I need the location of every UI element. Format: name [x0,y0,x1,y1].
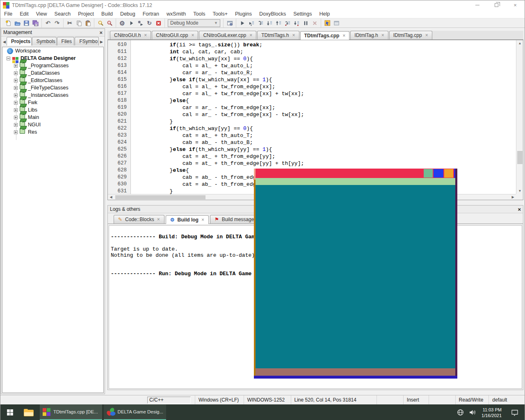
tree-expander-icon[interactable] [14,123,18,127]
menu-view[interactable]: View [32,10,51,18]
tab-close-icon[interactable]: × [381,32,384,38]
tree-expander-icon[interactable] [14,101,18,105]
editor-tab-tdtmltagscpp[interactable]: TDtmlTags.cpp× [300,31,350,40]
tree-item-res[interactable]: Res [2,128,103,136]
editor-vertical-scrollbar[interactable]: ▲ ▼ [516,40,523,194]
menu-tools[interactable]: Tools [189,10,209,18]
undo-button[interactable]: ↶ [43,19,52,27]
speaker-icon[interactable] [469,409,477,416]
debug-step-into-button[interactable] [265,19,274,27]
restore-button[interactable] [487,0,506,10]
tab-close-icon[interactable]: × [157,217,160,222]
tree-expander-icon[interactable] [14,130,18,134]
rebuild-button[interactable]: ↻ [145,19,154,27]
save-button[interactable] [22,19,31,27]
tree-expander-icon[interactable] [14,64,18,68]
tree-expander-icon[interactable] [14,71,18,75]
minimize-button[interactable] [468,0,487,10]
debug-step-out-button[interactable] [274,19,283,27]
logs-close-icon[interactable]: × [518,206,521,212]
tree-item-workspace[interactable]: ⌂Workspace [2,47,103,55]
tree-item-dataclasses[interactable]: _DataClasses [2,69,103,77]
menu-project[interactable]: Project [74,10,98,18]
tab-close-icon[interactable]: × [201,217,204,223]
info-windows-button[interactable] [332,19,341,27]
debug-run-to-cursor-button[interactable] [247,19,256,27]
menu-doxyblocks[interactable]: DoxyBlocks [256,10,290,18]
tree-item-ngui[interactable]: NGUI [2,121,103,128]
management-close-icon[interactable]: × [99,30,103,36]
close-button[interactable]: × [506,0,525,10]
open-file-button[interactable] [13,19,22,27]
tree-item-main[interactable]: Main [2,114,103,121]
tree-item-editorclasses[interactable]: _EditorClasses [2,77,103,84]
editor-tab-idtmltagh[interactable]: IDtmlTag.h× [350,31,388,39]
editor-tab-cnitroguicpp[interactable]: CNitroGUI.cpp× [152,31,198,39]
tree-expander-icon[interactable] [14,94,18,97]
debug-continue-button[interactable] [238,19,247,27]
taskbar-button-deltagamedes[interactable]: DELTA Game Desig... [104,404,166,420]
copy-button[interactable] [74,19,83,27]
menu-help[interactable]: Help [315,10,333,18]
management-tab-projects[interactable]: Projects [7,37,32,46]
tab-close-icon[interactable]: × [191,32,194,38]
tree-expander-icon[interactable] [14,108,18,112]
taskbar-button-tdtmltagscpp[interactable]: TDtmlTags.cpp [DE... [40,404,102,420]
redo-button[interactable]: ↷ [52,19,62,27]
editor-tab-cnitroguih[interactable]: CNitroGUI.h× [110,31,151,39]
vertical-scroll-thumb[interactable] [517,151,523,164]
build-and-run-button[interactable] [136,19,145,27]
start-button[interactable] [0,404,19,420]
menu-build[interactable]: Build [98,10,116,18]
paste-button[interactable] [83,19,92,27]
menu-wxsmith[interactable]: wxSmith [163,10,189,18]
log-tab-buildlog[interactable]: ⚙Build log× [166,215,209,224]
tree-item-programclasses[interactable]: _ProgramClasses [2,62,103,69]
debug-break-button[interactable] [301,19,310,27]
menu-search[interactable]: Search [51,10,75,18]
preview-green-button[interactable] [424,169,433,178]
run-button[interactable] [127,19,136,27]
game-preview-window[interactable] [254,169,457,379]
tree-item-libs[interactable]: Libs [2,106,103,114]
notification-icon[interactable] [511,409,519,416]
tree-expander-icon[interactable] [14,79,18,82]
cut-button[interactable]: ✂ [65,19,74,27]
preview-blue-button[interactable] [434,169,443,178]
editor-tab-tdtmltagsh[interactable]: TDtmlTags.h× [257,31,299,39]
file-explorer-button[interactable] [19,404,38,420]
menu-plugins[interactable]: Plugins [231,10,256,18]
menu-settings[interactable]: Settings [290,10,315,18]
find-button[interactable] [96,19,105,27]
tree-expander-icon[interactable] [14,86,18,90]
network-globe-icon[interactable] [457,409,464,416]
tab-close-icon[interactable]: × [292,32,295,38]
management-tab-fsymbo[interactable]: FSymbo [75,37,99,46]
debug-step-into-instruction-button[interactable] [292,19,301,27]
tab-scroll-right-icon[interactable]: ▶ [99,38,104,46]
editor-tab-cnitroguilexercpp[interactable]: CNitroGuiLexer.cpp× [199,31,256,39]
tree-item-instanceclasses[interactable]: _InstanceClasses [2,91,103,99]
tab-close-icon[interactable]: × [144,32,147,38]
tree-item-filetypeclasses[interactable]: _FileTypeClasses [2,84,103,91]
tree-item-project[interactable]: DELTA Game Designer [2,55,103,62]
scroll-left-icon[interactable]: ◀ [108,194,114,200]
log-tab-codeblocks[interactable]: ✎Code::Blocks× [114,215,164,224]
menu-debug[interactable]: Debug [116,10,139,18]
preview-orange-button[interactable] [444,169,453,178]
menu-edit[interactable]: Edit [16,10,32,18]
menu-fortran[interactable]: Fortran [139,10,163,18]
menu-tools[interactable]: Tools+ [209,10,231,18]
scroll-right-icon[interactable]: ▶ [510,194,516,200]
tree-expander-icon[interactable] [7,57,10,60]
debug-next-line-button[interactable] [256,19,265,27]
tab-close-icon[interactable]: × [425,32,428,38]
new-file-button[interactable] [4,19,13,27]
taskbar-clock[interactable]: 11:03 PM 1/16/2021 [482,407,502,418]
debug-stop-button[interactable] [310,19,319,27]
save-all-button[interactable] [31,19,40,27]
build-target-combobox[interactable]: Debug Mode▼ [168,19,220,27]
scroll-up-icon[interactable]: ▲ [516,40,523,46]
tree-item-fwk[interactable]: Fwk [2,99,103,106]
tab-close-icon[interactable]: × [342,33,345,39]
